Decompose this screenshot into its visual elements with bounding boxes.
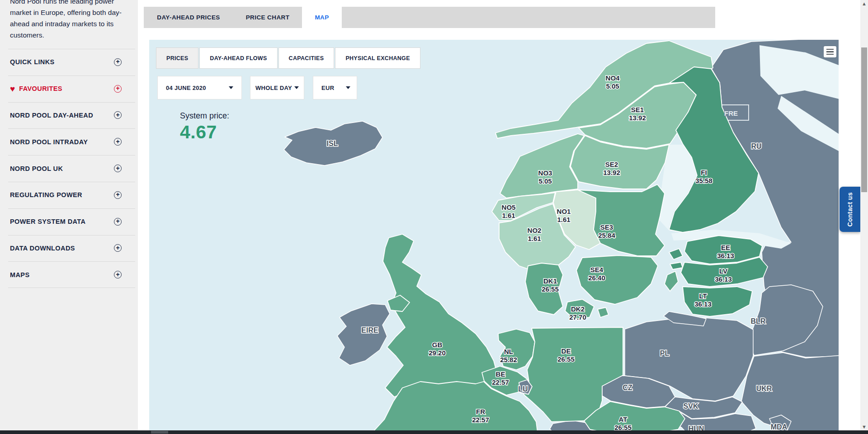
sidebar-item-label: QUICK LINKS: [10, 58, 55, 66]
expand-plus-icon[interactable]: [114, 218, 122, 226]
period-dropdown[interactable]: WHOLE DAY: [250, 76, 304, 99]
expand-plus-icon[interactable]: [114, 244, 122, 252]
map-label-se1: SE113.92: [629, 106, 646, 122]
vertical-scrollbar[interactable]: ▲ ▼: [860, 0, 868, 434]
sidebar-item-label: FAVOURITES: [19, 85, 62, 92]
map-label-eire: EIRE: [361, 326, 378, 334]
heart-icon: ♥: [10, 85, 15, 93]
map-panel: NO45.05SE113.92NO35.05SE213.92FI35.58NO5…: [149, 40, 839, 434]
sidebar: Nord Pool runs the leading power market …: [0, 0, 138, 434]
sidebar-item-label: NORD POOL DAY-AHEAD: [10, 112, 93, 119]
sidebar-item-nord-pool-intraday[interactable]: NORD POOL INTRADAY: [0, 128, 138, 155]
scroll-down-icon[interactable]: ▼: [860, 423, 868, 430]
tab-map[interactable]: MAP: [302, 7, 342, 28]
expand-plus-icon[interactable]: [114, 138, 122, 146]
expand-plus-icon[interactable]: [114, 271, 122, 278]
map-label-no1: NO11.61: [557, 208, 571, 223]
map-label-mda: MDA: [771, 423, 788, 431]
map-label-svk: SVK: [684, 402, 698, 410]
system-price-value: 4.67: [180, 122, 229, 143]
map-label-cz: CZ: [623, 384, 632, 392]
contact-us-label: Contact us: [846, 192, 854, 226]
map-tab-day-ahead-flows[interactable]: DAY-AHEAD FLOWS: [199, 47, 277, 69]
horizontal-scrollbar-thumb[interactable]: [151, 431, 168, 434]
map-label-no4: NO45.05: [606, 74, 620, 90]
expand-plus-icon[interactable]: [114, 191, 122, 199]
horizontal-scrollbar[interactable]: [0, 430, 868, 434]
sidebar-item-label: MAPS: [10, 271, 30, 278]
system-price: System price: 4.67: [180, 111, 229, 143]
expand-plus-icon[interactable]: [114, 165, 122, 172]
map-label-fre: FRE: [724, 109, 738, 117]
system-price-label: System price:: [180, 111, 229, 121]
expand-plus-icon[interactable]: [114, 111, 122, 119]
sidebar-intro: Nord Pool runs the leading power market …: [10, 0, 129, 41]
map-region-ee-island-2[interactable]: [670, 262, 683, 269]
map-label-blr: BLR: [751, 317, 766, 325]
tab-price-chart[interactable]: PRICE CHART: [233, 7, 302, 28]
scroll-up-icon[interactable]: ▲: [860, 0, 868, 7]
sidebar-item-power-system-data[interactable]: POWER SYSTEM DATA: [0, 208, 138, 235]
hamburger-icon: [826, 49, 834, 50]
expand-plus-icon[interactable]: [114, 58, 122, 66]
map-tab-capacities[interactable]: CAPACITIES: [278, 47, 335, 69]
period-dropdown-value: WHOLE DAY: [255, 85, 292, 91]
nordpool-page: Nord Pool runs the leading power market …: [0, 0, 868, 434]
sidebar-nav: QUICK LINKS♥FAVOURITESNORD POOL DAY-AHEA…: [0, 49, 138, 288]
contact-us-tab[interactable]: Contact us: [840, 187, 860, 232]
map-tab-physical-exchange[interactable]: PHYSICAL EXCHANGE: [335, 47, 420, 69]
currency-dropdown-value: EUR: [321, 85, 334, 91]
sidebar-item-label: NORD POOL INTRADAY: [10, 138, 88, 146]
map-label-se3: SE325.84: [598, 223, 615, 239]
map-menu-button[interactable]: [824, 46, 836, 57]
sidebar-item-favourites[interactable]: ♥FAVOURITES: [0, 75, 138, 102]
view-tabs: DAY-AHEAD PRICESPRICE CHARTMAP: [144, 7, 715, 28]
currency-dropdown[interactable]: EUR: [313, 76, 357, 99]
vertical-scrollbar-thumb[interactable]: [861, 47, 867, 192]
map-label-pl: PL: [660, 349, 670, 357]
date-dropdown-value: 04 JUNE 2020: [166, 85, 206, 91]
sidebar-item-nord-pool-uk[interactable]: NORD POOL UK: [0, 155, 138, 182]
map-label-no5: NO51.61: [502, 203, 516, 219]
map-label-se4: SE426.40: [588, 266, 605, 282]
expand-plus-icon[interactable]: [114, 85, 122, 93]
date-dropdown[interactable]: 04 JUNE 2020: [157, 76, 242, 99]
sidebar-item-label: NORD POOL UK: [10, 165, 63, 172]
tab-day-ahead-prices[interactable]: DAY-AHEAD PRICES: [144, 7, 233, 28]
map-label-lu: LU: [518, 385, 528, 393]
map-label-no3: NO35.05: [538, 169, 552, 185]
map-label-se2: SE213.92: [603, 160, 620, 176]
sidebar-item-regulating-power[interactable]: REGULATING POWER: [0, 182, 138, 208]
sidebar-item-label: DATA DOWNLOADS: [10, 245, 75, 252]
sidebar-item-label: POWER SYSTEM DATA: [10, 218, 85, 225]
map-label-ru: RU: [751, 142, 761, 150]
map-label-dk2: DK227.70: [569, 305, 586, 321]
map-label-ukr: UKR: [756, 385, 772, 392]
map-tab-prices[interactable]: PRICES: [156, 47, 198, 69]
chevron-down-icon: [346, 86, 350, 89]
sidebar-item-quick-links[interactable]: QUICK LINKS: [0, 49, 138, 75]
map-label-dk1: DK126.55: [542, 277, 559, 293]
sidebar-item-data-downloads[interactable]: DATA DOWNLOADS: [0, 235, 138, 262]
chevron-down-icon: [229, 86, 233, 89]
sidebar-item-label: REGULATING POWER: [10, 191, 82, 198]
map-label-isl: ISL: [327, 140, 338, 147]
map-mode-tabs: PRICESDAY-AHEAD FLOWSCAPACITIESPHYSICAL …: [156, 47, 420, 69]
chevron-down-icon: [294, 86, 299, 89]
map-filters: 04 JUNE 2020 WHOLE DAY EUR: [157, 76, 357, 99]
sidebar-item-maps[interactable]: MAPS: [0, 261, 138, 288]
sidebar-item-nord-pool-day-ahead[interactable]: NORD POOL DAY-AHEAD: [0, 102, 138, 129]
map-label-no2: NO21.61: [528, 226, 542, 242]
